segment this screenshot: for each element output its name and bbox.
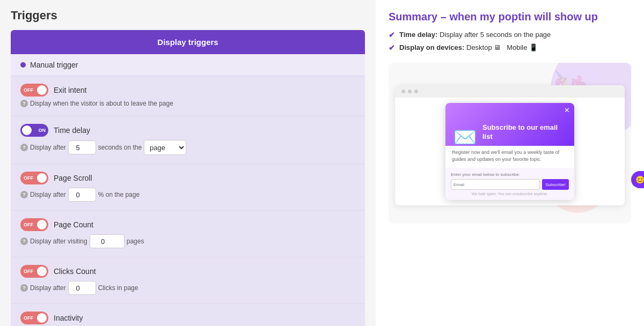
time-delay-help-icon[interactable]: ?	[20, 144, 28, 151]
page-scroll-desc: ? Display after % on the page	[20, 188, 355, 202]
summary-time-delay-text: Time delay: Display after 5 seconds on t…	[399, 31, 551, 39]
time-delay-label: Time delay	[54, 126, 90, 135]
trigger-section-exit-intent: OFF Exit intent ? Display when the visit…	[11, 76, 365, 116]
inactivity-label: Inactivity	[54, 314, 83, 322]
toggle-label-clicks-count: OFF	[24, 269, 33, 274]
time-delay-select[interactable]: page session load	[144, 140, 186, 155]
trigger-row-top-inactivity: OFF Inactivity	[20, 312, 355, 324]
page-count-suffix: pages	[127, 238, 144, 245]
popup-email-input[interactable]	[451, 179, 540, 190]
popup-footer-label: Enter your email below to subscribe:	[451, 172, 569, 177]
toggle-knob-page-count	[37, 220, 47, 229]
toggle-inactivity[interactable]: OFF	[20, 312, 48, 324]
browser-mockup: ✕ ✉️ Subscribe to our email list Registe…	[395, 85, 625, 205]
popup-header: ✕ ✉️ Subscribe to our email list	[445, 103, 574, 146]
page-count-prefix: Display after visiting	[30, 238, 87, 245]
browser-dot-3	[414, 90, 418, 93]
trigger-section-time-delay: ON Time delay ? Display after seconds on…	[11, 116, 365, 164]
time-delay-desc: ? Display after seconds on the page sess…	[20, 140, 355, 155]
checkmark-time-delay: ✔	[389, 31, 395, 39]
summary-devices-text: Display on devices: Desktop 🖥 Mobile 📱	[399, 43, 538, 51]
summary-item-devices: ✔ Display on devices: Desktop 🖥 Mobile 📱	[389, 43, 631, 52]
checkmark-devices: ✔	[389, 43, 395, 52]
toggle-clicks-count[interactable]: OFF	[20, 265, 48, 278]
exit-intent-help-icon[interactable]: ?	[20, 100, 28, 107]
page-scroll-input[interactable]	[68, 188, 96, 202]
page-count-input[interactable]	[90, 234, 125, 248]
popup-body-description: Register now and we'll email you a weekl…	[452, 149, 568, 162]
page-scroll-help-icon[interactable]: ?	[20, 191, 28, 198]
toggle-label-page-scroll: OFF	[24, 175, 33, 181]
toggle-label-inactivity: OFF	[24, 315, 33, 321]
time-delay-input[interactable]	[68, 140, 96, 154]
browser-dot-1	[401, 90, 405, 93]
toggle-knob-exit-intent	[37, 85, 47, 95]
trigger-row-top-exit-intent: OFF Exit intent	[20, 84, 355, 97]
clicks-count-help-icon[interactable]: ?	[20, 284, 28, 292]
feedback-circle[interactable]: 😊	[631, 171, 644, 188]
popup-subscribe-button[interactable]: Subscribe!	[542, 179, 569, 190]
popup-footer-sub: We hate spam. You can unsubscribe anytim…	[451, 192, 569, 196]
clicks-count-input[interactable]	[68, 281, 96, 295]
exit-intent-desc: ? Display when the visitor is about to l…	[20, 100, 355, 107]
page-scroll-suffix: % on the page	[98, 191, 140, 198]
trigger-row-top-clicks-count: OFF Clicks Count	[20, 265, 355, 278]
popup-header-text: Subscribe to our email list	[477, 123, 567, 146]
page-scroll-prefix: Display after	[30, 191, 66, 198]
toggle-label-page-count: OFF	[24, 222, 33, 227]
feedback-icon: 😊	[635, 175, 645, 184]
manual-trigger-label: Manual trigger	[30, 61, 78, 69]
page-count-help-icon[interactable]: ?	[20, 238, 28, 245]
browser-bar	[395, 85, 625, 98]
page-scroll-label: Page Scroll	[54, 174, 92, 182]
left-panel: Triggers Display triggers Manual trigger…	[0, 0, 376, 326]
page-count-desc: ? Display after visiting pages	[20, 234, 355, 248]
trigger-row-top-time-delay: ON Time delay	[20, 124, 355, 137]
toggle-page-scroll[interactable]: OFF	[20, 172, 48, 184]
trigger-section-page-count: OFF Page Count ? Display after visiting …	[11, 210, 365, 257]
popup-body: Register now and we'll email you a weekl…	[445, 146, 574, 168]
trigger-row-top-page-count: OFF Page Count	[20, 218, 355, 231]
trigger-section-clicks-count: OFF Clicks Count ? Display after Clicks …	[11, 257, 365, 303]
clicks-count-suffix: Clicks in page	[98, 284, 138, 292]
summary-title: Summary – when my poptin will show up	[389, 11, 631, 23]
toggle-knob-page-scroll	[37, 173, 47, 183]
popup-icon-area: ✉️	[453, 128, 477, 146]
toggle-knob-clicks-count	[37, 266, 47, 276]
exit-intent-description: Display when the visitor is about to lea…	[30, 100, 173, 107]
toggle-time-delay[interactable]: ON	[20, 124, 48, 137]
manual-dot	[20, 62, 26, 68]
toggle-label-time-delay: ON	[39, 128, 46, 133]
preview-area: 🦄 ✕ ✉️ Subscribe to our ema	[389, 63, 631, 224]
right-panel: Summary – when my poptin will show up ✔ …	[376, 0, 644, 326]
popup-close-button[interactable]: ✕	[564, 106, 570, 114]
popup-card: ✕ ✉️ Subscribe to our email list Registe…	[445, 103, 574, 200]
popup-input-row: Subscribe!	[451, 179, 569, 190]
clicks-count-desc: ? Display after Clicks in page	[20, 281, 355, 295]
time-delay-prefix: Display after	[30, 144, 66, 151]
manual-trigger-row: Manual trigger	[11, 54, 365, 76]
time-delay-middle: seconds on the	[98, 144, 142, 151]
clicks-count-prefix: Display after	[30, 284, 66, 292]
triggers-container: Manual trigger OFF Exit intent ? Display…	[11, 54, 365, 326]
toggle-page-count[interactable]: OFF	[20, 218, 48, 231]
display-triggers-header: Display triggers	[11, 30, 365, 54]
toggle-label-exit-intent: OFF	[24, 87, 33, 93]
toggle-knob-time-delay	[22, 125, 32, 135]
exit-intent-label: Exit intent	[54, 86, 86, 94]
popup-footer: Enter your email below to subscribe: Sub…	[445, 168, 574, 200]
browser-dot-2	[408, 90, 412, 93]
toggle-exit-intent[interactable]: OFF	[20, 84, 48, 97]
display-triggers-block: Display triggers Manual trigger OFF Exit…	[11, 30, 365, 326]
page-count-label: Page Count	[54, 220, 93, 229]
trigger-row-top-page-scroll: OFF Page Scroll	[20, 172, 355, 184]
trigger-section-page-scroll: OFF Page Scroll ? Display after % on the…	[11, 164, 365, 210]
envelope-icon: ✉️	[453, 128, 477, 147]
clicks-count-label: Clicks Count	[54, 267, 96, 276]
popup-title: Subscribe to our email list	[482, 123, 567, 142]
toggle-knob-inactivity	[37, 313, 47, 323]
page-title: Triggers	[11, 9, 365, 23]
trigger-section-inactivity: OFF Inactivity ? Display after seconds a…	[11, 303, 365, 326]
browser-content: ✕ ✉️ Subscribe to our email list Registe…	[395, 98, 625, 205]
summary-item-time-delay: ✔ Time delay: Display after 5 seconds on…	[389, 31, 631, 39]
